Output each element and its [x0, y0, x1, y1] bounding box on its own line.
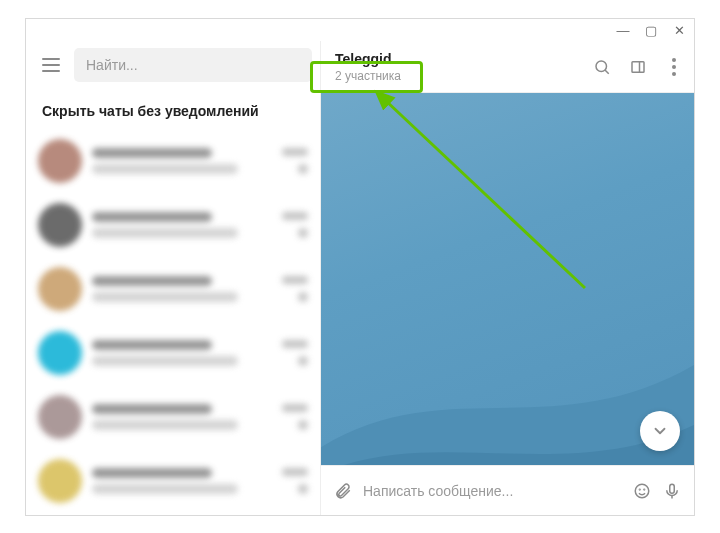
chat-preview: [92, 212, 264, 238]
chat-meta: [274, 148, 308, 174]
avatar: [38, 139, 82, 183]
chat-subtitle: 2 участника: [335, 69, 401, 83]
svg-rect-7: [670, 484, 675, 493]
message-input-row: [321, 465, 694, 515]
chat-meta: [274, 212, 308, 238]
emoji-icon[interactable]: [632, 481, 652, 501]
window-maximize[interactable]: ▢: [644, 23, 658, 38]
content: Скрыть чаты без уведомлений Teleggid 2 у…: [26, 41, 694, 515]
window-close[interactable]: ✕: [672, 23, 686, 38]
chat-body: [321, 93, 694, 465]
chat-preview: [92, 468, 264, 494]
chat-meta: [274, 468, 308, 494]
window-minimize[interactable]: —: [616, 23, 630, 38]
chat-meta: [274, 340, 308, 366]
avatar: [38, 203, 82, 247]
app-window: — ▢ ✕ Скрыть чаты без уведомлений Telegg…: [25, 18, 695, 516]
search-input[interactable]: [74, 48, 312, 82]
chat-list-item[interactable]: [26, 257, 320, 321]
chat-meta: [274, 404, 308, 430]
avatar: [38, 459, 82, 503]
chat-title-wrap[interactable]: Teleggid 2 участника: [335, 51, 401, 83]
section-title: Скрыть чаты без уведомлений: [26, 89, 320, 129]
header-actions: [592, 57, 684, 77]
avatar: [38, 395, 82, 439]
more-menu-icon[interactable]: [664, 57, 684, 77]
message-input[interactable]: [363, 483, 622, 499]
avatar: [38, 331, 82, 375]
attach-icon[interactable]: [333, 481, 353, 501]
chat-list-item[interactable]: [26, 321, 320, 385]
svg-point-4: [635, 484, 649, 498]
titlebar: — ▢ ✕: [26, 19, 694, 41]
chat-preview: [92, 404, 264, 430]
search-icon[interactable]: [592, 57, 612, 77]
chat-list: [26, 129, 320, 515]
scroll-to-bottom-button[interactable]: [640, 411, 680, 451]
sidepanel-icon[interactable]: [628, 57, 648, 77]
avatar: [38, 267, 82, 311]
chat-preview: [92, 276, 264, 302]
chat-preview: [92, 148, 264, 174]
chat-list-item[interactable]: [26, 385, 320, 449]
chat-list-item[interactable]: [26, 129, 320, 193]
svg-point-5: [639, 489, 640, 490]
chat-list-item[interactable]: [26, 193, 320, 257]
svg-point-6: [644, 489, 645, 490]
chat-title: Teleggid: [335, 51, 392, 67]
sidebar-top: [26, 41, 320, 89]
hamburger-menu-icon[interactable]: [34, 48, 68, 82]
svg-line-1: [605, 70, 609, 74]
chat-meta: [274, 276, 308, 302]
chat-header: Teleggid 2 участника: [321, 41, 694, 93]
chat-view: Teleggid 2 участника: [321, 41, 694, 515]
svg-point-0: [596, 61, 607, 72]
chat-list-item[interactable]: [26, 449, 320, 513]
voice-icon[interactable]: [662, 481, 682, 501]
sidebar: Скрыть чаты без уведомлений: [26, 41, 321, 515]
chat-background: [321, 93, 694, 465]
chat-preview: [92, 340, 264, 366]
svg-rect-2: [632, 61, 644, 72]
